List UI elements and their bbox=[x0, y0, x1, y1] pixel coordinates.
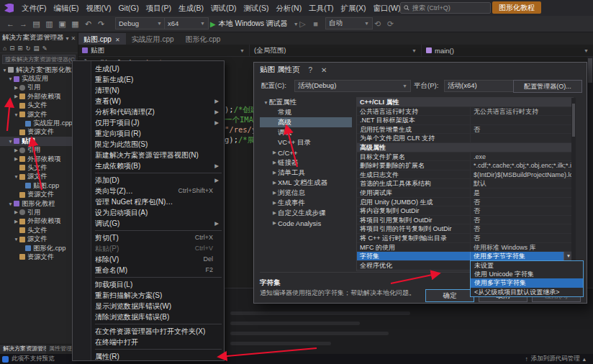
menubar-item[interactable]: 生成(B) bbox=[175, 0, 207, 16]
property-row[interactable]: 将项目引用复制到 OutDir否 bbox=[357, 216, 573, 225]
chevron-right-icon[interactable]: ▶ bbox=[271, 220, 278, 226]
dialog-tree-item[interactable]: ▶清单工具 bbox=[260, 168, 352, 178]
properties-icon[interactable]: ✎ bbox=[42, 45, 47, 52]
dropdown-option[interactable]: 使用多字节字符集 bbox=[471, 278, 583, 287]
new-file-icon[interactable]: ▤ bbox=[30, 16, 42, 32]
undo-icon[interactable]: ↶ bbox=[82, 16, 94, 32]
chevron-right-icon[interactable]: ▶ bbox=[13, 156, 19, 162]
quick-search-box[interactable]: 搜索 (Ctrl+Q) bbox=[400, 2, 491, 14]
property-row[interactable]: 将内容复制到 OutDir否 bbox=[357, 206, 573, 216]
menubar-item[interactable]: 项目(P) bbox=[142, 0, 175, 16]
dialog-tree-item[interactable]: 调试 bbox=[260, 127, 352, 137]
chevron-right-icon[interactable]: ▶ bbox=[13, 94, 19, 99]
sidebar-tab[interactable]: 解决方案资源管理器 bbox=[0, 345, 46, 354]
property-row[interactable]: 使用调试库是 bbox=[357, 188, 573, 198]
tree-item[interactable]: ▶外部依赖项 bbox=[0, 92, 78, 101]
property-row[interactable]: 首选的生成工具体系结构默认 bbox=[357, 179, 573, 188]
chevron-down-icon[interactable]: ▼ bbox=[7, 201, 14, 206]
menubar-item[interactable]: 窗口(W) bbox=[370, 0, 404, 16]
tree-item[interactable]: ▼解决方案“图形化教程” bbox=[0, 65, 78, 74]
dialog-tree-item[interactable]: ▶链接器 bbox=[260, 158, 352, 168]
menubar-item[interactable]: 扩展(X) bbox=[338, 0, 370, 16]
close-icon[interactable]: ✕ bbox=[321, 66, 327, 74]
refresh-icon[interactable]: ↻ bbox=[25, 45, 30, 52]
save-icon[interactable]: ▣ bbox=[56, 16, 68, 32]
property-row[interactable]: .NET 目标框架版本 bbox=[357, 116, 573, 125]
tree-item[interactable]: ▼贴图 bbox=[0, 137, 78, 145]
chevron-right-icon[interactable]: ▶ bbox=[271, 180, 278, 186]
navigate-back-icon[interactable]: ← bbox=[4, 16, 17, 32]
menubar-item[interactable]: 编辑(E) bbox=[50, 0, 82, 16]
stop-icon[interactable]: ■ bbox=[309, 16, 322, 32]
menubar-item[interactable]: 文件(F) bbox=[18, 0, 50, 16]
open-file-icon[interactable]: ▥ bbox=[43, 16, 55, 32]
home-icon[interactable]: ⌂ bbox=[3, 45, 6, 52]
context-menu-item[interactable]: 生成依赖项(B)▶ bbox=[73, 160, 224, 171]
context-menu-item[interactable]: 重定向项目(R) bbox=[73, 128, 224, 139]
context-menu-item[interactable]: 管理 NuGet 程序包(N)… bbox=[73, 196, 224, 207]
chevron-right-icon[interactable]: ▶ bbox=[271, 190, 278, 196]
tree-item[interactable]: ▶引用 bbox=[0, 208, 78, 217]
dialog-tree-item[interactable]: ▶生成事件 bbox=[260, 198, 352, 208]
scrollbar-thumb[interactable] bbox=[588, 58, 592, 83]
solution-platform-combo[interactable]: x64▼ bbox=[164, 17, 209, 29]
tree-item[interactable]: 头文件 bbox=[0, 163, 78, 172]
dialog-tree-item[interactable]: 高级 bbox=[260, 117, 352, 127]
chevron-right-icon[interactable]: ▶ bbox=[13, 147, 19, 153]
dialog-tree-item[interactable]: ▶XML 文档生成器 bbox=[260, 178, 352, 188]
dialog-tree-item[interactable]: ▶Code Analysis bbox=[260, 218, 352, 228]
context-menu-item[interactable]: 新建解决方案资源管理器视图(N) bbox=[73, 150, 224, 160]
chevron-down-icon[interactable]: ▼ bbox=[7, 76, 14, 81]
context-menu-item[interactable]: 剪切(T)Ctrl+X bbox=[73, 232, 224, 243]
solution-configuration-combo[interactable]: Debug▼ bbox=[115, 17, 166, 29]
solution-name-badge[interactable]: 图形化教程 bbox=[492, 1, 541, 14]
scrollbar-thumb[interactable] bbox=[572, 104, 575, 137]
help-icon[interactable]: ? bbox=[308, 66, 312, 74]
property-row[interactable]: 启用托管增量生成否 bbox=[357, 125, 573, 135]
chevron-down-icon[interactable]: ▼ bbox=[263, 100, 269, 105]
dropdown-option[interactable]: 使用 Unicode 字符集 bbox=[471, 270, 583, 278]
property-row[interactable]: MFC 的使用使用标准 Windows 库 bbox=[357, 243, 573, 252]
tree-item[interactable]: 头文件 bbox=[0, 101, 78, 110]
chevron-right-icon[interactable]: ▶ bbox=[13, 219, 19, 224]
context-menu-item[interactable]: 重新生成(E) bbox=[73, 74, 224, 85]
tree-item[interactable]: 资源文件 bbox=[0, 252, 78, 261]
configuration-manager-button[interactable]: 配置管理器(O)... bbox=[513, 80, 582, 93]
add-to-source-control-button[interactable]: ↑ 添加到源代码管理 ▴ bbox=[525, 355, 593, 363]
close-icon[interactable]: ✕ bbox=[115, 37, 120, 43]
menubar-item[interactable]: 测试(S) bbox=[240, 0, 273, 16]
dialog-tree-item[interactable]: 常规 bbox=[260, 107, 352, 117]
chevron-right-icon[interactable]: ▶ bbox=[271, 150, 278, 155]
navigate-forward-icon[interactable]: → bbox=[17, 16, 30, 32]
dialog-tree-item[interactable]: ▶浏览信息 bbox=[260, 188, 352, 198]
menubar-item[interactable]: 分析(N) bbox=[273, 0, 306, 16]
tree-item[interactable]: ▼源文件 bbox=[0, 235, 78, 243]
dialog-configuration-combo[interactable]: 活动(Debug)▼ bbox=[294, 80, 411, 92]
member-dropdown[interactable]: main() ▼ bbox=[422, 45, 593, 56]
auto-combo[interactable]: 自动▼ bbox=[325, 17, 373, 29]
chevron-down-icon[interactable]: ▼ bbox=[13, 237, 19, 242]
start-without-debugging-icon[interactable]: ▷ bbox=[296, 16, 309, 32]
redo-icon[interactable]: ↷ bbox=[95, 16, 107, 32]
menubar-item[interactable]: 工具(T) bbox=[305, 0, 337, 16]
tree-item[interactable]: ▶外部依赖项 bbox=[0, 217, 78, 226]
context-menu-item[interactable]: 仅用于项目(J)▶ bbox=[73, 117, 224, 128]
property-row[interactable]: 公共语言运行时支持无公共语言运行时支持 bbox=[357, 107, 573, 117]
dialog-title-bar[interactable]: 贴图 属性页 ? ✕ bbox=[254, 63, 587, 77]
property-row[interactable]: 启用 Unity (JUMBO) 生成否 bbox=[357, 198, 573, 207]
context-menu-item[interactable]: 清理(N) bbox=[73, 85, 224, 96]
tree-item[interactable]: ▼源文件 bbox=[0, 173, 78, 181]
context-menu-item[interactable]: 卸载项目(L) bbox=[73, 279, 224, 290]
scope-dropdown[interactable]: (全局范围) ▼ bbox=[250, 45, 422, 56]
menubar-item[interactable]: 调试(D) bbox=[207, 0, 240, 16]
property-row[interactable]: 删除时要删除的扩展名*.cdf;*.cache;*.obj;*.obj.enc;… bbox=[357, 161, 573, 170]
context-menu-item[interactable]: 生成(U) bbox=[73, 63, 224, 74]
expand-all-icon[interactable]: ⊞ bbox=[17, 45, 22, 52]
switch-views-icon[interactable]: ▾ bbox=[66, 35, 69, 42]
property-row[interactable]: 生成日志文件$(IntDir)$(MSBuildProjectName).log bbox=[357, 170, 573, 180]
chevron-down-icon[interactable]: ▼ bbox=[7, 139, 14, 144]
tree-item[interactable]: ▼源文件 bbox=[0, 110, 78, 119]
dialog-tree-item[interactable]: VC++ 目录 bbox=[260, 137, 352, 147]
chevron-right-icon[interactable]: ▶ bbox=[271, 160, 278, 165]
menubar-item[interactable]: Git(G) bbox=[114, 0, 142, 16]
